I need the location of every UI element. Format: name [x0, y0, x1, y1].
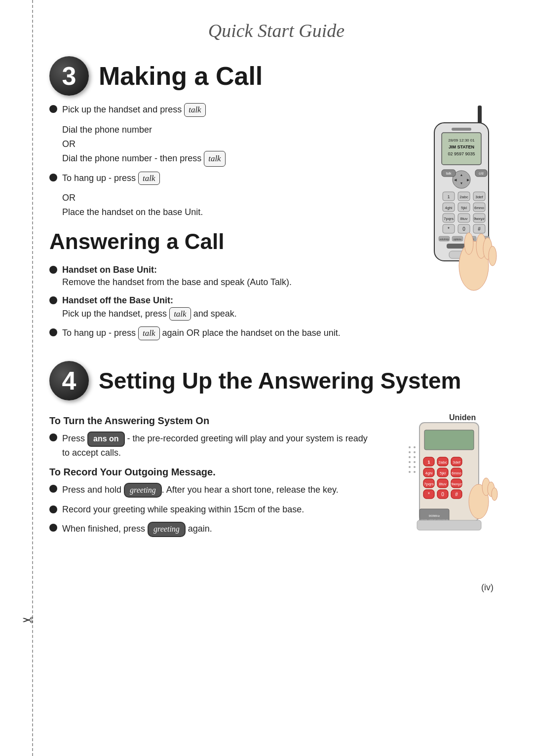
hangup-or-text: OR Place the handset on the base Unit.	[62, 191, 395, 219]
svg-point-61	[409, 446, 411, 448]
svg-text:▼: ▼	[460, 181, 463, 185]
svg-text:6mno: 6mno	[452, 471, 462, 475]
pickup-text: Pick up the handset and press talk	[62, 103, 206, 117]
page-number: (iv)	[49, 582, 503, 593]
bullet-record-greeting: Record your greeting while speaking with…	[49, 504, 370, 516]
finished-greeting-text: When finished, press greeting again.	[62, 522, 212, 537]
press-greeting-text: Press and hold greeting. After you hear …	[62, 483, 339, 498]
svg-text:9wxyz: 9wxyz	[451, 482, 462, 486]
svg-text:▲: ▲	[460, 173, 463, 177]
svg-text:1: 1	[427, 460, 430, 465]
greeting-button-2: greeting	[148, 522, 186, 537]
record-title: To Record Your Outgoing Message.	[49, 467, 370, 478]
section-3-header: 3 Making a Call	[49, 56, 503, 96]
svg-text:1: 1	[447, 194, 450, 199]
bullet-dot-5	[49, 328, 57, 336]
scissors-icon: ✂	[22, 612, 34, 628]
svg-point-101	[492, 488, 497, 501]
svg-text:8tuv: 8tuv	[460, 216, 467, 221]
bullet-dot-3	[49, 266, 57, 274]
section-4-header: 4 Setting Up the Answering System	[49, 361, 503, 400]
svg-text:0: 0	[462, 226, 465, 232]
svg-text:JIM STATEN: JIM STATEN	[449, 144, 474, 149]
greeting-button-1: greeting	[124, 483, 162, 498]
svg-point-59	[414, 451, 416, 453]
press-ans-text: Press ans on - the pre-recorded greeting…	[62, 432, 370, 459]
svg-text:9wxyz: 9wxyz	[474, 216, 485, 221]
bullet-handset-off-base: Handset off the Base Unit: Pick up the h…	[49, 294, 395, 321]
ans-on-button: ans on	[87, 432, 125, 446]
bullet-dot-6	[49, 433, 57, 441]
svg-point-64	[414, 461, 416, 463]
svg-point-67	[409, 466, 411, 468]
svg-text:28/09    12:30    01: 28/09 12:30 01	[448, 138, 475, 143]
svg-text:8tuv: 8tuv	[439, 482, 446, 486]
bullet-finished-greeting: When finished, press greeting again.	[49, 522, 370, 537]
section-3-badge: 3	[49, 56, 89, 96]
talk-button-3: talk	[138, 172, 160, 185]
svg-point-63	[409, 456, 411, 458]
svg-text:Uniden: Uniden	[449, 413, 476, 422]
svg-text:*: *	[428, 492, 430, 497]
svg-point-53	[489, 246, 496, 266]
svg-point-68	[414, 471, 416, 473]
svg-text:4ghi: 4ghi	[425, 471, 432, 475]
handset-off-base-text: Handset off the Base Unit: Pick up the h…	[62, 294, 237, 321]
dial-instructions: Dial the phone number OR Dial the phone …	[62, 123, 395, 167]
bullet-dot-7	[49, 485, 57, 493]
hangup-2-text: To hang up - press talk again OR place t…	[62, 326, 341, 340]
bullet-hangup: To hang up - press talk	[49, 172, 395, 185]
section-3-title: Making a Call	[99, 61, 263, 91]
answering-system-instructions: To Turn the Answering System On Press an…	[49, 408, 370, 568]
svg-text:#: #	[478, 226, 481, 232]
talk-button-5: talk	[138, 326, 160, 340]
answering-header: Answering a Call	[49, 229, 395, 254]
svg-point-65	[409, 461, 411, 463]
talk-button-4: talk	[169, 307, 191, 321]
svg-point-62	[409, 451, 411, 453]
svg-text:7pqrs: 7pqrs	[424, 482, 434, 486]
hangup-text: To hang up - press talk	[62, 172, 160, 185]
talk-button-1: talk	[184, 103, 206, 117]
svg-text:2abc: 2abc	[438, 460, 447, 465]
page-title: Quick Start Guide	[49, 20, 503, 41]
svg-text:02 9597 9035: 02 9597 9035	[448, 151, 475, 156]
svg-text:options: options	[454, 238, 462, 241]
svg-text:c/d: c/d	[479, 172, 483, 175]
svg-text:volu/mtp: volu/mtp	[440, 238, 449, 241]
svg-rect-6	[452, 128, 471, 131]
svg-point-69	[409, 471, 411, 473]
section-4-content: To Turn the Answering System On Press an…	[49, 408, 503, 568]
turn-on-title: To Turn the Answering System On	[49, 415, 370, 427]
section-4: 4 Setting Up the Answering System To Tur…	[49, 361, 503, 568]
svg-text:#: #	[455, 492, 458, 497]
phone-handset-image: 28/09 12:30 01 JIM STATEN 02 9597 9035 ▲…	[405, 103, 503, 346]
svg-rect-57	[424, 430, 474, 450]
svg-text:0: 0	[441, 492, 444, 497]
bullet-dot-2	[49, 174, 57, 181]
page-container: ✂ Quick Start Guide 3 Making a Call Pick…	[0, 0, 533, 756]
svg-text:6mno: 6mno	[474, 206, 485, 210]
talk-button-2: talk	[204, 151, 226, 166]
svg-text:5jkl: 5jkl	[440, 471, 446, 475]
bullet-dot-8	[49, 505, 57, 513]
svg-text:3def: 3def	[453, 460, 460, 465]
svg-text:900MHz: 900MHz	[429, 514, 440, 517]
section-4-badge: 4	[49, 361, 89, 400]
cut-line	[32, 0, 33, 756]
bullet-press-greeting: Press and hold greeting. After you hear …	[49, 483, 370, 498]
bullet-dot-9	[49, 524, 57, 532]
making-call-instructions: Pick up the handset and press talk Dial …	[49, 103, 395, 346]
record-greeting-text: Record your greeting while speaking with…	[62, 504, 304, 516]
bullet-handset-on-base: Handset on Base Unit: Remove the handset…	[49, 264, 395, 288]
bullet-hangup-2: To hang up - press talk again OR place t…	[49, 326, 395, 340]
svg-point-66	[414, 466, 416, 468]
base-station-image: Uniden 1	[380, 408, 503, 568]
svg-text:3def: 3def	[475, 195, 483, 199]
svg-text:talk: talk	[446, 172, 452, 175]
section-3: 3 Making a Call Pick up the handset and …	[49, 56, 503, 346]
svg-point-54	[464, 233, 473, 254]
bullet-press-ans: Press ans on - the pre-recorded greeting…	[49, 432, 370, 459]
svg-text:7pqrs: 7pqrs	[444, 216, 454, 221]
svg-text:4ghi: 4ghi	[445, 206, 452, 210]
